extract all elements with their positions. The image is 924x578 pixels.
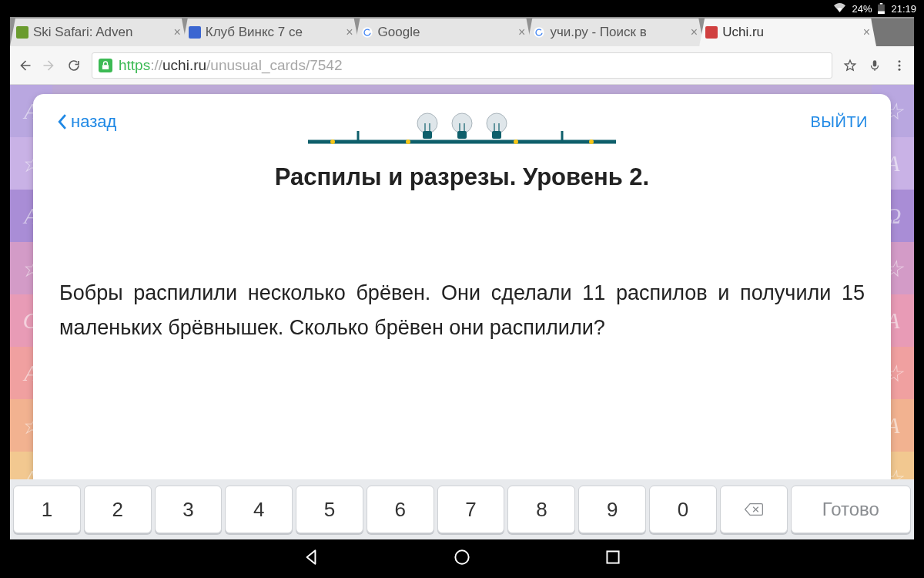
card-back-label: назад bbox=[71, 112, 116, 132]
key-4[interactable]: 4 bbox=[225, 486, 293, 533]
lock-icon bbox=[99, 59, 112, 72]
tab-title: Ski Safari: Adven bbox=[33, 25, 170, 40]
card-exit-button[interactable]: ВЫЙТИ bbox=[810, 113, 868, 131]
tab-title: Uchi.ru bbox=[722, 25, 859, 40]
browser-tab[interactable]: Uchi.ru× bbox=[699, 18, 876, 46]
key-done[interactable]: Готово bbox=[791, 486, 911, 533]
card-back-button[interactable]: назад bbox=[56, 112, 116, 132]
nav-home-icon[interactable] bbox=[452, 547, 472, 570]
svg-rect-15 bbox=[423, 131, 432, 139]
browser-tab[interactable]: учи.ру - Поиск в× bbox=[527, 18, 704, 46]
exercise-card: назад ВЫЙТИ bbox=[33, 94, 891, 539]
tab-favicon bbox=[705, 26, 718, 39]
svg-point-29 bbox=[455, 550, 468, 563]
reload-button[interactable] bbox=[67, 59, 81, 72]
mic-icon[interactable] bbox=[868, 59, 882, 72]
tab-favicon bbox=[16, 26, 28, 39]
key-backspace[interactable] bbox=[720, 486, 788, 533]
svg-point-11 bbox=[330, 139, 335, 144]
browser-tab[interactable]: Клуб Винкс 7 се× bbox=[182, 18, 360, 46]
address-bar[interactable]: https://uchi.ru/unusual_cards/7542 bbox=[92, 52, 832, 79]
svg-rect-5 bbox=[102, 65, 109, 69]
bookmark-star-icon[interactable] bbox=[843, 59, 857, 72]
tab-close-icon[interactable]: × bbox=[863, 25, 870, 39]
svg-rect-2 bbox=[879, 12, 886, 15]
svg-rect-30 bbox=[607, 551, 618, 563]
android-status-bar: 24% 21:19 bbox=[0, 0, 924, 17]
exercise-problem-text: Бобры распилили несколько брёвен. Они сд… bbox=[56, 276, 868, 344]
svg-point-18 bbox=[452, 113, 472, 133]
key-3[interactable]: 3 bbox=[155, 486, 223, 533]
lightbulb-decoration bbox=[308, 109, 616, 156]
key-6[interactable]: 6 bbox=[367, 486, 434, 533]
key-2[interactable]: 2 bbox=[84, 486, 152, 533]
svg-rect-6 bbox=[873, 60, 877, 66]
svg-point-8 bbox=[899, 64, 901, 66]
tab-close-icon[interactable]: × bbox=[691, 25, 698, 39]
svg-point-7 bbox=[899, 60, 901, 62]
svg-point-26 bbox=[514, 139, 518, 144]
browser-toolbar: https://uchi.ru/unusual_cards/7542 bbox=[10, 46, 914, 85]
tab-close-icon[interactable]: × bbox=[346, 25, 353, 39]
tab-title: Клуб Винкс 7 се bbox=[206, 25, 343, 40]
svg-point-14 bbox=[417, 113, 437, 133]
key-5[interactable]: 5 bbox=[296, 486, 363, 533]
tab-favicon bbox=[189, 26, 201, 39]
svg-point-9 bbox=[899, 68, 901, 70]
nav-back-icon[interactable] bbox=[301, 547, 321, 570]
svg-point-28 bbox=[589, 139, 594, 144]
nav-recent-icon[interactable] bbox=[603, 547, 623, 570]
menu-dots-icon[interactable] bbox=[892, 59, 906, 72]
tab-close-icon[interactable]: × bbox=[518, 25, 525, 39]
tab-favicon bbox=[533, 26, 545, 39]
svg-rect-0 bbox=[880, 3, 883, 5]
key-0[interactable]: 0 bbox=[649, 486, 717, 533]
browser-tab[interactable]: Ski Safari: Adven× bbox=[10, 18, 187, 46]
svg-rect-19 bbox=[457, 131, 467, 139]
tab-title: Google bbox=[378, 25, 515, 40]
key-8[interactable]: 8 bbox=[507, 486, 575, 533]
svg-point-13 bbox=[406, 139, 410, 144]
forward-button[interactable] bbox=[42, 59, 56, 72]
svg-point-22 bbox=[487, 113, 507, 133]
android-nav-bar bbox=[0, 539, 924, 578]
page-content: A☆A☆OA☆A☆ ☆AΩ☆A☆A☆A назад ВЫЙТИ bbox=[10, 85, 914, 539]
battery-icon bbox=[878, 3, 885, 14]
back-button[interactable] bbox=[18, 59, 32, 72]
key-9[interactable]: 9 bbox=[578, 486, 646, 533]
wifi-icon bbox=[834, 2, 845, 15]
numeric-keyboard: 1234567890Готово bbox=[10, 479, 914, 539]
tab-close-icon[interactable]: × bbox=[173, 25, 180, 39]
url-text: https://uchi.ru/unusual_cards/7542 bbox=[119, 57, 343, 74]
tab-favicon bbox=[361, 26, 373, 39]
exercise-title: Распилы и разрезы. Уровень 2. bbox=[56, 163, 868, 191]
svg-rect-23 bbox=[492, 131, 501, 139]
browser-tabstrip: Ski Safari: Adven×Клуб Винкс 7 се×Google… bbox=[10, 17, 914, 46]
battery-percent: 24% bbox=[852, 3, 872, 15]
browser-tab[interactable]: Google× bbox=[355, 18, 532, 46]
clock: 21:19 bbox=[891, 3, 916, 15]
tab-title: учи.ру - Поиск в bbox=[550, 25, 687, 40]
key-1[interactable]: 1 bbox=[13, 486, 81, 533]
key-7[interactable]: 7 bbox=[437, 486, 505, 533]
